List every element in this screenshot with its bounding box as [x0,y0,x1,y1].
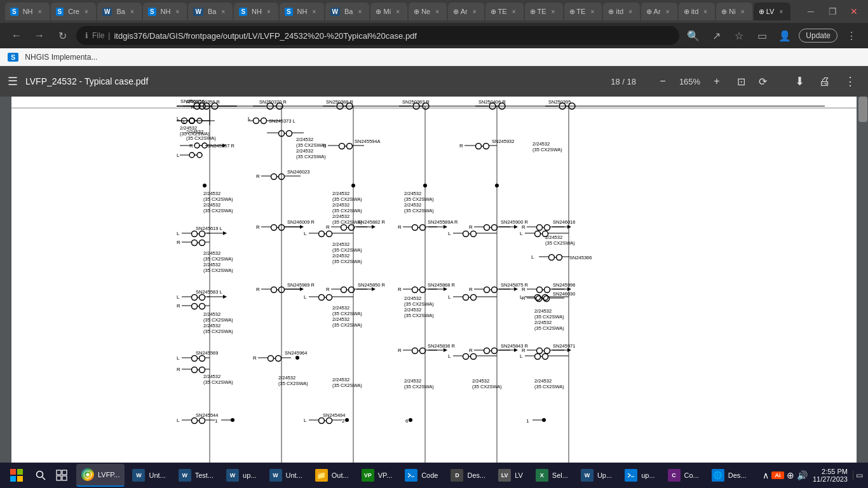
start-button[interactable] [5,464,28,487]
volume-icon[interactable]: 🔊 [797,470,808,480]
taskbar-excel[interactable]: X Sel... [531,464,573,487]
taskbar-vscode[interactable]: Code [400,464,443,487]
profile-button[interactable]: 👤 [776,27,794,44]
taskbar-search-button[interactable] [31,465,51,485]
svg-rect-413 [17,476,23,482]
svg-point-388 [345,418,349,422]
bookmark-button[interactable]: ☆ [730,27,748,44]
svg-text:R: R [469,287,473,292]
tab-1[interactable]: SNH× [5,3,50,20]
taskbar: LVFP... W Unt... W Test... W up... W Unt… [0,463,868,488]
tab-ni[interactable]: ⊕ Ni× [716,3,752,20]
taskbar-word-3[interactable]: W up... [221,464,261,487]
svg-text:(35 CX2SWA): (35 CX2SWA) [332,259,362,264]
svg-text:2/24532: 2/24532 [332,191,349,196]
svg-text:(35 CX2SWA): (35 CX2SWA) [532,147,562,152]
network-icon[interactable]: ⊕ [787,470,794,480]
taskbar-globe[interactable]: 🌐 Des... [707,464,752,487]
taskbar-vscode-2[interactable]: up... [620,464,660,487]
taskbar-desktop-1[interactable]: D Des... [445,464,491,487]
svg-point-279 [543,295,548,301]
scrollbar-vertical[interactable] [858,97,868,479]
system-time[interactable]: 2:55 PM 11/27/2023 [813,468,848,483]
svg-point-382 [319,418,325,424]
tab-lv[interactable]: ⊕ LV× [754,3,791,20]
svg-point-373 [200,418,205,424]
show-desktop-button[interactable]: ▭ [853,471,863,480]
taskbar-explorer-1[interactable]: 📁 Out... [310,464,354,487]
minimize-window-button[interactable]: ─ [802,3,820,20]
tab-3[interactable]: WBa× [97,3,142,20]
svg-point-211 [200,240,205,246]
rotate-button[interactable]: ⟳ [754,72,771,90]
svg-text:2/24532: 2/24532 [203,323,220,329]
svg-point-355 [200,367,205,373]
tab-6[interactable]: SNH× [234,3,278,20]
taskbar-word-4[interactable]: W Unt... [264,464,308,487]
svg-text:(35 CX2SWA): (35 CX2SWA) [332,208,362,214]
taskbar-word-2[interactable]: W Test... [173,464,219,487]
svg-point-172 [492,225,498,231]
svg-text:2/24532: 2/24532 [332,253,349,259]
back-button[interactable]: ← [8,27,25,44]
close-window-button[interactable]: ✕ [845,3,863,20]
tab-5[interactable]: WBa× [188,3,233,20]
tab-mi[interactable]: ⊕ Mi× [370,3,407,20]
svg-point-328 [471,354,477,360]
taskbar-task-view[interactable] [53,464,74,487]
tab-ne[interactable]: ⊕ Ne× [409,3,447,20]
tab-2[interactable]: SCre× [51,3,96,20]
svg-rect-419 [62,476,67,480]
svg-text:R: R [469,348,473,353]
update-button[interactable]: Update [799,29,837,43]
fit-page-button[interactable]: ⊡ [732,72,750,90]
taskbar-vp[interactable]: VP VP... [356,464,397,487]
tab-ar2[interactable]: ⊕ Ar× [641,3,677,20]
svg-text:L: L [304,417,307,423]
taskbar-purple[interactable]: C Co... [663,464,704,487]
svg-text:2/24532: 2/24532 [404,202,421,208]
taskbar-word-5[interactable]: W Up... [576,464,617,487]
tab-7[interactable]: SNH× [280,3,324,20]
svg-text:(35 CX2SWA): (35 CX2SWA) [534,314,564,320]
zoom-in-button[interactable]: + [708,72,726,90]
tab-itd2[interactable]: ⊕ itd× [679,3,715,20]
svg-text:2/24532: 2/24532 [404,191,421,196]
ai-tray-icon[interactable]: Ai [771,471,784,479]
more-options-button[interactable]: ⋮ [840,71,860,92]
svg-text:SN245619 L: SN245619 L [196,226,222,231]
tab-8[interactable]: WBa× [325,3,370,20]
url-text: itdgis376/Data/GIS/frontpage/output/LV/L… [114,31,417,41]
tab-4[interactable]: SNH× [143,3,187,20]
svg-text:(35 CX2SWA): (35 CX2SWA) [203,268,233,273]
svg-text:SN250406 R: SN250406 R [478,99,506,105]
refresh-button[interactable]: ↻ [53,27,71,44]
split-view-button[interactable]: ▭ [753,27,771,44]
search-page-button[interactable]: 🔍 [684,27,702,44]
new-tab-button[interactable]: + [792,4,794,20]
address-bar[interactable]: ℹ File | itdgis376/Data/GIS/frontpage/ou… [76,26,679,45]
tab-itd1[interactable]: ⊕ itd× [603,3,640,20]
svg-text:2/24532: 2/24532 [203,262,220,268]
taskbar-chrome-item[interactable]: LVFP... [76,464,125,487]
svg-text:2/24532: 2/24532 [332,305,349,311]
forward-button[interactable]: → [31,27,48,44]
tab-te3[interactable]: ⊕ TE× [564,3,602,20]
svg-point-178 [537,225,543,231]
svg-text:SN246023: SN246023 [287,169,309,175]
print-button[interactable]: 🖨 [815,71,835,92]
tray-up-arrow[interactable]: ∧ [763,470,769,480]
svg-text:2/24532: 2/24532 [534,378,552,384]
share-button[interactable]: ↗ [707,27,725,44]
tab-te1[interactable]: ⊕ TE× [485,3,524,20]
tab-te2[interactable]: ⊕ TE× [525,3,563,20]
svg-text:(35 CX2SWA): (35 CX2SWA) [332,322,362,328]
taskbar-lv[interactable]: LV LV [493,464,528,487]
pdf-menu-button[interactable]: ☰ [8,74,18,88]
download-button[interactable]: ⬇ [789,71,810,92]
restore-window-button[interactable]: ❐ [824,3,841,20]
taskbar-word-1[interactable]: W Unt... [127,464,170,487]
zoom-out-button[interactable]: − [654,72,672,90]
settings-button[interactable]: ⋮ [843,27,860,44]
tab-ar[interactable]: ⊕ Ar× [448,3,484,20]
